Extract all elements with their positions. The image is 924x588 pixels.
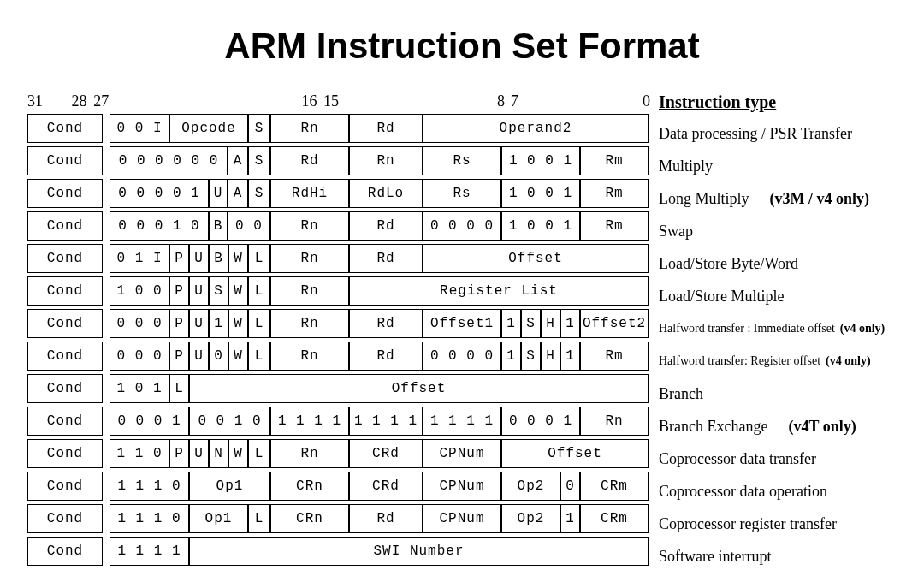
instruction-type-label: Branch [659, 379, 885, 408]
field-cell: Op1 [189, 504, 248, 533]
field-cell: 0 [209, 342, 228, 371]
format-row: Cond1 0 0PUSWLRnRegister List [27, 276, 650, 306]
field-cell: Cond [27, 504, 103, 533]
field-cell: Offset2 [580, 309, 649, 338]
field-cell: Offset [423, 244, 649, 273]
field-cell: H [541, 342, 560, 371]
field-cell: Rd [349, 342, 423, 371]
label-text: Data processing / PSR Transfer [659, 125, 852, 143]
field-cell: U [189, 276, 209, 306]
bit-number-row: 31 28 27 16 15 8 7 0 [17, 92, 650, 110]
field-cell: Cond [27, 114, 103, 143]
field-cell: CRn [270, 472, 349, 501]
instruction-type-label: Load/Store Multiple [659, 282, 885, 311]
label-text: Halfword transfer: Register offset [659, 354, 820, 368]
field-cell: Op2 [501, 504, 560, 533]
field-cell: W [228, 309, 248, 338]
field-cell: 1 0 1 [110, 374, 169, 403]
field-cell: Cond [27, 407, 103, 436]
field-cell: CRn [270, 504, 349, 533]
field-cell: 1 1 1 0 [110, 504, 189, 533]
row-gap [103, 179, 110, 208]
field-cell: N [209, 439, 228, 468]
field-cell: Cond [27, 472, 103, 501]
field-cell: Rd [349, 114, 423, 143]
format-row: Cond1 1 1 0Op1LCRnRdCPNumOp21CRm [27, 504, 650, 533]
bit-27: 27 [86, 92, 109, 110]
field-cell: L [248, 439, 270, 468]
field-cell: RdLo [349, 179, 423, 208]
field-cell: CRd [349, 439, 423, 468]
label-text: Long Multiply [659, 190, 749, 208]
row-gap [103, 537, 110, 566]
field-cell: Cond [27, 439, 103, 468]
field-cell: L [248, 309, 270, 338]
field-cell: 0 0 0 1 [501, 407, 580, 436]
field-cell: L [248, 342, 270, 371]
field-cell: 0 0 0 0 0 0 [110, 146, 228, 175]
field-cell: Cond [27, 537, 103, 566]
field-cell: Cond [27, 374, 103, 403]
label-text: Coprocessor register transfer [659, 515, 837, 533]
row-gap [103, 146, 110, 175]
field-cell: S [248, 146, 270, 175]
bit-16: 16 [109, 92, 317, 110]
field-cell: Rd [349, 309, 423, 338]
field-cell: S [521, 342, 541, 371]
field-cell: Rm [580, 211, 649, 241]
field-cell: Rn [270, 114, 349, 143]
content-wrap: 31 28 27 16 15 8 7 0 Cond0 0 IOpcodeSRnR… [17, 92, 907, 571]
label-text: Software interrupt [659, 548, 771, 566]
field-cell: L [248, 276, 270, 306]
label-text: Coprocessor data transfer [659, 450, 816, 468]
field-cell: Offset [189, 374, 649, 403]
format-row: Cond0 0 0 0 0 0ASRdRnRs1 0 0 1Rm [27, 146, 650, 175]
label-text: Halfword transfer : Immediate offset [659, 322, 835, 336]
field-cell: CRd [349, 472, 423, 501]
field-cell: Rn [270, 309, 349, 338]
field-cell: Register List [349, 276, 649, 306]
field-cell: 1 1 1 0 [110, 472, 189, 501]
bit-7: 7 [505, 92, 518, 110]
field-cell: CPNum [423, 439, 501, 468]
field-cell: 0 0 0 0 [423, 211, 501, 241]
field-cell: Rm [580, 146, 649, 175]
field-cell: Rn [580, 407, 649, 436]
instruction-type-label: Halfword transfer : Immediate offset(v4 … [659, 314, 885, 343]
field-cell: 1 0 0 [110, 276, 169, 306]
field-cell: RdHi [270, 179, 349, 208]
bit-15: 15 [317, 92, 339, 110]
field-cell: Rd [349, 504, 423, 533]
instruction-type-label: Swap [659, 217, 885, 246]
field-cell: 0 0 0 [110, 342, 169, 371]
instruction-type-label: Halfword transfer: Register offset(v4 on… [659, 347, 885, 376]
field-cell: Operand2 [423, 114, 649, 143]
format-row: Cond0 0 0 10 0 1 01 1 1 11 1 1 11 1 1 10… [27, 407, 650, 436]
field-cell: 1 1 1 1 [110, 537, 189, 566]
field-cell: 0 [560, 472, 580, 501]
field-cell: Rn [270, 211, 349, 241]
format-row: Cond1 1 1 1SWI Number [27, 537, 650, 566]
field-cell: U [209, 179, 228, 208]
format-row: Cond0 0 0PU1WLRnRdOffset11SH1Offset2 [27, 309, 650, 338]
field-cell: Op1 [189, 472, 270, 501]
field-cell: L [248, 244, 270, 273]
field-cell: 1 [560, 342, 580, 371]
instruction-type-label: Coprocessor data operation [659, 477, 885, 506]
label-text: Load/Store Byte/Word [659, 255, 798, 273]
field-cell: P [169, 439, 189, 468]
field-cell: Rn [349, 146, 423, 175]
field-cell: CRm [580, 504, 649, 533]
row-gap [103, 439, 110, 468]
field-cell: P [169, 244, 189, 273]
field-cell: W [228, 342, 248, 371]
field-cell: P [169, 342, 189, 371]
label-note: (v3M / v4 only) [770, 190, 870, 208]
field-cell: S [209, 276, 228, 306]
field-cell: 1 0 0 1 [501, 211, 580, 241]
label-text: Coprocessor data operation [659, 483, 827, 501]
field-cell: Rn [270, 439, 349, 468]
field-cell: L [169, 374, 189, 403]
row-gap [103, 374, 110, 403]
field-cell: Rn [270, 244, 349, 273]
